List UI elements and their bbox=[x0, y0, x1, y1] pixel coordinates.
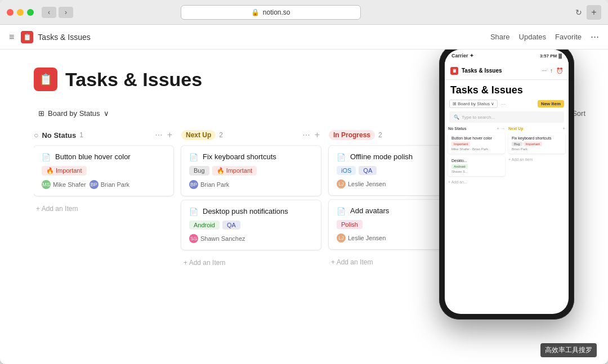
phone-card-tags-1: Important bbox=[451, 142, 502, 146]
menu-icon[interactable]: ≡ bbox=[9, 32, 14, 42]
column-add-button[interactable]: + bbox=[166, 130, 173, 140]
phone-card-tags-3: Bug Important bbox=[512, 142, 562, 146]
tag-qa-offline[interactable]: QA bbox=[359, 166, 377, 175]
forward-button[interactable]: › bbox=[59, 7, 73, 18]
watermark: 高效率工具搜罗 bbox=[540, 343, 597, 357]
phone-time: 3:57 PM bbox=[540, 53, 557, 59]
url-text: notion.so bbox=[263, 8, 290, 16]
phone-chevron-icon: ∨ bbox=[491, 101, 494, 106]
phone-new-item-button[interactable]: New Item bbox=[538, 100, 564, 107]
tag-ios[interactable]: iOS bbox=[337, 166, 356, 175]
main-content: 📋 Tasks & Issues ⊞ Board by Status ∨ Pro… bbox=[0, 50, 608, 364]
tag-android[interactable]: Android bbox=[189, 221, 220, 230]
logo-icon: 📋 bbox=[23, 33, 32, 41]
card-tags-desktop-push: Android QA bbox=[189, 221, 313, 230]
phone-card-title-1: Button blue hover color bbox=[451, 136, 502, 140]
phone-screen: Carrier ✦ 3:57 PM ▓ 📋 Tasks & Issues ···… bbox=[445, 50, 569, 314]
phone-add-item-1[interactable]: + Add an... bbox=[448, 178, 505, 186]
phone-board-btn[interactable]: ⊞ Board by Status ∨ bbox=[449, 100, 498, 108]
topbar-actions: Share Updates Favorite ··· bbox=[490, 31, 599, 43]
assignee-name-mike: Mike Shafer bbox=[53, 181, 86, 188]
phone-card-assignees-3: Brian Park bbox=[512, 147, 562, 151]
phone-col-header-next-up: Next Up + bbox=[508, 126, 565, 131]
card-fix-keyboard[interactable]: 📄 Fix keyboard shortcuts Bug 🔥 Important… bbox=[181, 146, 321, 196]
phone-col-add-next-up[interactable]: + bbox=[562, 126, 565, 131]
phone-col-next-up: Next Up + Fix keyboard shortcuts Bug Imp… bbox=[508, 126, 565, 314]
phone-tag-android: Android bbox=[451, 164, 468, 169]
phone-col-no-status: No Status + → Button blue hover color Im… bbox=[448, 126, 505, 314]
phone-more-icon[interactable]: ··· bbox=[542, 68, 547, 74]
column-add-button-next-up[interactable]: + bbox=[314, 130, 321, 140]
card-tags-fix-keyboard: Bug 🔥 Important bbox=[189, 166, 313, 176]
column-count-in-progress: 2 bbox=[378, 131, 382, 139]
phone-clock-icon[interactable]: ⏰ bbox=[556, 68, 563, 74]
minimize-button[interactable] bbox=[17, 9, 24, 16]
card-title-text: Desktop push notifications bbox=[203, 207, 288, 215]
phone-app-title: Tasks & Issues bbox=[462, 68, 502, 74]
phone-card-1[interactable]: Button blue hover color Important Mike S… bbox=[448, 133, 505, 154]
card-assignees: MS Mike Shafer BP Brian Park bbox=[42, 180, 166, 189]
column-next-up: Next Up 2 ··· + 📄 Fix keyboard shortcuts bbox=[181, 130, 321, 353]
chevron-down-icon: ∨ bbox=[104, 109, 109, 118]
tag-important[interactable]: 🔥 Important bbox=[42, 166, 87, 176]
phone-top-icons: ··· ↑ ⏰ bbox=[542, 68, 563, 74]
board-view-button[interactable]: ⊞ Board by Status ∨ bbox=[34, 107, 114, 120]
more-button[interactable]: ··· bbox=[591, 31, 599, 43]
document-icon: 📄 bbox=[42, 153, 51, 161]
phone-board-icon: ⊞ bbox=[453, 101, 457, 106]
card-title-fix-keyboard: 📄 Fix keyboard shortcuts bbox=[189, 152, 313, 161]
phone-tag-important: Important bbox=[451, 142, 470, 146]
lock-icon: 🔒 bbox=[251, 8, 260, 16]
tag-qa[interactable]: QA bbox=[222, 221, 240, 230]
assignee-leslie-avatars: LJ Leslie Jensen bbox=[337, 233, 386, 242]
phone-carrier: Carrier ✦ bbox=[451, 53, 474, 59]
column-badge-in-progress: In Progress bbox=[329, 130, 375, 140]
phone-col-arrow[interactable]: → bbox=[500, 126, 505, 131]
close-button[interactable] bbox=[7, 9, 14, 16]
column-more-button[interactable]: ··· bbox=[154, 130, 163, 140]
assignee-shawn: SS Shawn Sanchez bbox=[189, 234, 245, 243]
phone-card-title-3: Fix keyboard shortcuts bbox=[512, 136, 562, 140]
phone-share-icon[interactable]: ↑ bbox=[550, 68, 553, 74]
phone-card-2[interactable]: Deskto... Android Shawn S... bbox=[448, 156, 505, 176]
assignee-name-leslie-avatars: Leslie Jensen bbox=[348, 235, 386, 241]
share-button[interactable]: Share bbox=[490, 33, 510, 41]
avatar-leslie-avatars: LJ bbox=[337, 233, 346, 242]
phone-col-title-next-up: Next Up bbox=[508, 127, 523, 131]
search-placeholder: Type to search... bbox=[462, 115, 495, 120]
column-more-button-next-up[interactable]: ··· bbox=[301, 130, 311, 140]
phone-add-item-2[interactable]: + Add an item bbox=[508, 156, 565, 163]
new-tab-button[interactable]: + bbox=[587, 5, 601, 20]
phone-col-add[interactable]: + bbox=[497, 126, 499, 131]
back-button[interactable]: ‹ bbox=[42, 7, 56, 18]
assignee-leslie: LJ Leslie Jensen bbox=[337, 179, 386, 188]
phone-board-toolbar: ⊞ Board by Status ∨ ··· New Item bbox=[445, 100, 569, 111]
updates-button[interactable]: Updates bbox=[519, 33, 546, 41]
avatar-shawn: SS bbox=[189, 234, 198, 243]
page-title: Tasks & Issues bbox=[65, 69, 202, 91]
phone-status-right: 3:57 PM ▓ bbox=[540, 53, 562, 59]
phone-search[interactable]: 🔍 Type to search... bbox=[449, 111, 564, 123]
add-item-next-up[interactable]: + Add an Item bbox=[181, 255, 321, 270]
phone-topbar: 📋 Tasks & Issues ··· ↑ ⏰ bbox=[445, 62, 569, 80]
assignee-name: Brian Park bbox=[200, 181, 229, 188]
card-button-blue[interactable]: 📄 Button blue hover color 🔥 Important MS… bbox=[34, 146, 173, 196]
no-status-icon: ○ bbox=[34, 131, 38, 140]
add-item-no-status[interactable]: + Add an Item bbox=[34, 201, 173, 216]
tag-important[interactable]: 🔥 Important bbox=[212, 166, 257, 176]
app-title: Tasks & Issues bbox=[38, 33, 90, 42]
phone-card-3[interactable]: Fix keyboard shortcuts Bug Important Bri… bbox=[508, 133, 565, 154]
phone-col-actions: + → bbox=[497, 126, 505, 131]
url-bar[interactable]: 🔒 notion.so bbox=[181, 5, 361, 20]
refresh-button[interactable]: ↻ bbox=[575, 8, 582, 17]
favorite-button[interactable]: Favorite bbox=[555, 33, 582, 41]
document-icon: 📄 bbox=[189, 208, 198, 216]
phone-ellipsis[interactable]: ··· bbox=[501, 101, 506, 107]
assignee-mike: MS Mike Shafer bbox=[42, 180, 86, 189]
tag-polish[interactable]: Polish bbox=[337, 220, 363, 229]
maximize-button[interactable] bbox=[27, 9, 34, 16]
avatar-brian-fix: BP bbox=[189, 180, 198, 189]
card-desktop-push[interactable]: 📄 Desktop push notifications Android QA … bbox=[181, 200, 321, 250]
tag-bug[interactable]: Bug bbox=[189, 166, 209, 176]
card-title-text: Offline mode polish bbox=[350, 152, 413, 161]
